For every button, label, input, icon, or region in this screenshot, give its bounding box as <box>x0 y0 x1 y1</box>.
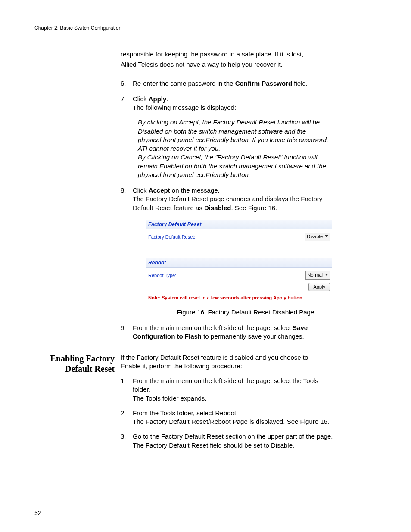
item-text: Default Reset feature as Disabled. See F… <box>133 204 371 212</box>
item-text: Click Accept.on the message. <box>133 186 371 195</box>
list-item: 7. Click Apply. The following message is… <box>121 95 371 112</box>
item-number: 8. <box>121 186 129 212</box>
item-number: 7. <box>121 95 129 112</box>
item-text: From the main menu on the left side of t… <box>133 324 371 332</box>
list-item: 9. From the main menu on the left side o… <box>121 324 371 341</box>
intro-line: responsible for keeping the password in … <box>121 50 371 59</box>
list-item: 8. Click Accept.on the message. The Fact… <box>121 186 371 212</box>
item-text: The Factory Default Reset field should b… <box>133 441 377 450</box>
embedded-ui-screenshot: Factory Default Reset Factory Default Re… <box>146 220 332 301</box>
running-header: Chapter 2: Basic Switch Configuration <box>34 25 377 31</box>
panel-title-reboot: Reboot <box>146 258 332 268</box>
item-text: The Tools folder expands. <box>133 394 377 403</box>
list-item: 6. Re-enter the same password in the Con… <box>121 79 371 88</box>
chevron-down-icon <box>325 235 328 237</box>
item-text: Configuration to Flash to permanently sa… <box>133 332 371 341</box>
page-number: 52 <box>34 510 41 516</box>
reboot-row: Reboot Type: Normal <box>148 271 330 280</box>
item-number: 9. <box>121 324 129 341</box>
item-text: Go to the Factory Default Reset section … <box>133 432 377 441</box>
reset-warning-note: Note: System will reset in a few seconds… <box>148 295 330 301</box>
item-text: From the Tools folder, select Reboot. <box>133 409 377 417</box>
apply-button[interactable]: Apply <box>308 283 330 291</box>
list-item: 1. From the main menu on the left side o… <box>121 376 377 403</box>
item-text: Click Apply. <box>133 95 371 103</box>
list-item: 2. From the Tools folder, select Reboot.… <box>121 409 377 426</box>
item-text: The Factory Default Reset page changes a… <box>133 195 371 203</box>
reboot-type-label: Reboot Type: <box>148 272 176 279</box>
list-item: 3. Go to the Factory Default Reset secti… <box>121 432 377 450</box>
item-text: Re-enter the same password in the Confir… <box>133 79 371 88</box>
item-text: folder. <box>133 385 377 394</box>
item-number: 3. <box>121 432 129 450</box>
quoted-message: By clicking on Accept, the Factory Defau… <box>138 118 371 179</box>
figure-caption: Figure 16. Factory Default Reset Disable… <box>121 308 371 317</box>
side-intro: If the Factory Default Reset feature is … <box>121 353 377 362</box>
fdr-row: Factory Default Reset: Disable <box>148 233 330 241</box>
fdr-label: Factory Default Reset: <box>148 234 195 240</box>
side-intro: Enable it, perform the following procedu… <box>121 362 377 370</box>
side-heading: Enabling Factory Default Reset <box>34 353 121 450</box>
chevron-down-icon <box>325 274 328 276</box>
reboot-type-select[interactable]: Normal <box>305 271 330 280</box>
fdr-select[interactable]: Disable <box>305 233 330 241</box>
item-text: The following message is displayed: <box>133 103 371 112</box>
item-number: 1. <box>121 376 129 403</box>
item-text: The Factory Default Reset/Reboot Page is… <box>133 417 377 426</box>
intro-line: Allied Telesis does not have a way to he… <box>121 60 371 69</box>
item-number: 2. <box>121 409 129 426</box>
panel-title-fdr: Factory Default Reset <box>146 220 332 229</box>
divider <box>121 72 371 72</box>
item-text: From the main menu on the left side of t… <box>133 376 377 385</box>
item-number: 6. <box>121 79 129 88</box>
